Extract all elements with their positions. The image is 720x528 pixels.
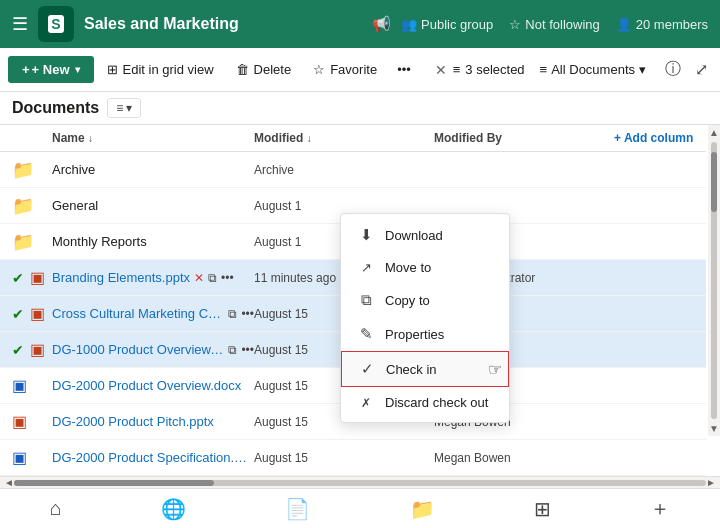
add-column-button[interactable]: + Add column [614,131,694,145]
pptx-icon: ▣ [30,304,45,323]
v-scroll-track[interactable] [711,142,717,419]
globe-icon: 🌐 [161,498,186,520]
copy-icon: ⧉ [208,271,217,285]
row-name-wrap: Archive [52,162,254,177]
person-icon: 👤 [616,17,632,32]
copy-to-menu-item[interactable]: ⧉ Copy to [341,283,509,317]
file-icon-cell: ✔ ▣ [12,304,52,323]
check-circle-icon: ✔ [12,306,24,322]
scroll-down-arrow[interactable]: ▼ [707,421,720,436]
scroll-right-arrow[interactable]: ► [706,477,716,488]
list-view-icon: ≡ [116,101,123,115]
table-row: 📁 Archive Archive [0,152,706,188]
file-icon-cell: 📁 [12,159,52,181]
grid-icon: ⊞ [107,62,118,77]
add-nav-button[interactable]: ＋ [638,489,682,528]
copy-icon: ⧉ [228,307,237,321]
toolbar-right: ✕ ≡ 3 selected ≡ All Documents ▾ ⓘ ⤢ [435,55,712,84]
grid-nav-button[interactable]: ⊞ [522,491,563,527]
download-icon: ⬇ [357,226,375,244]
properties-menu-item[interactable]: ✎ Properties [341,317,509,351]
h-scroll-thumb[interactable] [14,480,214,486]
sort-icon: ↓ [88,133,93,144]
discard-icon: ✗ [357,396,375,410]
delete-button[interactable]: 🗑 Delete [227,56,301,83]
star-outline-icon: ☆ [313,62,325,77]
file-name[interactable]: Cross Cultural Marketing Ca... [52,306,224,321]
star-icon: ☆ [509,17,521,32]
view-toggle-button[interactable]: ≡ ▾ [107,98,141,118]
not-following[interactable]: ☆ Not following [509,17,599,32]
edit-grid-button[interactable]: ⊞ Edit in grid view [98,56,223,83]
by-column-header[interactable]: Modified By [434,131,614,145]
document-icon: 📄 [285,498,310,520]
horizontal-scrollbar[interactable]: ◄ ► [0,476,720,488]
vertical-scrollbar[interactable]: ▲ ▼ [708,125,720,436]
docx-icon: ▣ [12,449,27,466]
file-by: Megan Bowen [434,451,614,465]
home-icon: ⌂ [50,497,62,519]
file-name[interactable]: DG-1000 Product Overview.p... [52,342,224,357]
hamburger-icon[interactable]: ☰ [12,13,28,35]
app-logo: S [38,6,74,42]
speaker-icon[interactable]: 📢 [372,15,391,33]
home-nav-button[interactable]: ⌂ [38,491,74,526]
folder-nav-button[interactable]: 📁 [398,491,447,527]
members[interactable]: 👤 20 members [616,17,708,32]
scroll-up-arrow[interactable]: ▲ [707,125,720,140]
h-scroll-track[interactable] [14,480,706,486]
discard-checkout-menu-item[interactable]: ✗ Discard check out [341,387,509,418]
more-file-icon[interactable]: ••• [241,343,254,357]
close-selection-button[interactable]: ✕ [435,62,447,78]
move-to-menu-item[interactable]: ↗ Move to [341,252,509,283]
file-icon-cell: ▣ [12,412,52,431]
file-modified: Archive [254,163,434,177]
v-scroll-thumb[interactable] [711,152,717,212]
scroll-left-arrow[interactable]: ◄ [4,477,14,488]
sort-modified-icon: ↓ [307,133,312,144]
error-icon: ✕ [194,271,204,285]
file-icon-cell: ✔ ▣ [12,268,52,287]
file-icon-cell: ▣ [12,448,52,467]
bottom-navigation: ⌂ 🌐 📄 📁 ⊞ ＋ [0,488,720,528]
file-name[interactable]: DG-2000 Product Specification.docx [52,450,254,465]
row-name-wrap: Cross Cultural Marketing Ca... ⧉ ••• [52,306,254,321]
selected-badge: ≡ 3 selected [453,62,525,77]
row-name-wrap: DG-1000 Product Overview.p... ⧉ ••• [52,342,254,357]
docx-icon: ▣ [12,377,27,394]
more-file-icon[interactable]: ••• [221,271,234,285]
folder-name[interactable]: General [52,198,98,213]
doc-nav-button[interactable]: 📄 [273,491,322,527]
folder-name[interactable]: Archive [52,162,95,177]
folder-name[interactable]: Monthly Reports [52,234,147,249]
plus-icon: + [22,62,30,77]
download-menu-item[interactable]: ⬇ Download [341,218,509,252]
row-name-wrap: Monthly Reports [52,234,254,249]
public-group[interactable]: 👥 Public group [401,17,493,32]
all-documents-button[interactable]: ≡ All Documents ▾ [531,56,655,83]
more-button[interactable]: ••• [390,56,418,83]
globe-nav-button[interactable]: 🌐 [149,491,198,527]
chevron-down-icon: ▾ [639,62,646,77]
expand-button[interactable]: ⤢ [691,56,712,83]
site-title[interactable]: Sales and Marketing [84,15,362,33]
favorite-button[interactable]: ☆ Favorite [304,56,386,83]
context-menu: ⬇ Download ↗ Move to ⧉ Copy to ✎ Propert… [340,213,510,423]
filter-icon: ≡ [540,62,548,77]
info-button[interactable]: ⓘ [661,55,685,84]
check-in-menu-item[interactable]: ✓ Check in ☞ [341,351,509,387]
new-button[interactable]: + + New ▾ [8,56,94,83]
name-column-header[interactable]: Name ↓ [52,131,254,145]
modified-column-header[interactable]: Modified ↓ [254,131,434,145]
check-circle-icon: ✔ [12,342,24,358]
file-name[interactable]: DG-2000 Product Pitch.pptx [52,414,214,429]
file-name[interactable]: DG-2000 Product Overview.docx [52,378,241,393]
chevron-down-icon: ▾ [75,64,80,75]
check-circle-icon: ✔ [12,270,24,286]
row-name-wrap: General [52,198,254,213]
more-file-icon[interactable]: ••• [241,307,254,321]
pptx-icon: ▣ [12,413,27,430]
check-in-icon: ✓ [358,360,376,378]
file-name[interactable]: Branding Elements.pptx [52,270,190,285]
doc-header: Documents ≡ ▾ [0,92,720,125]
